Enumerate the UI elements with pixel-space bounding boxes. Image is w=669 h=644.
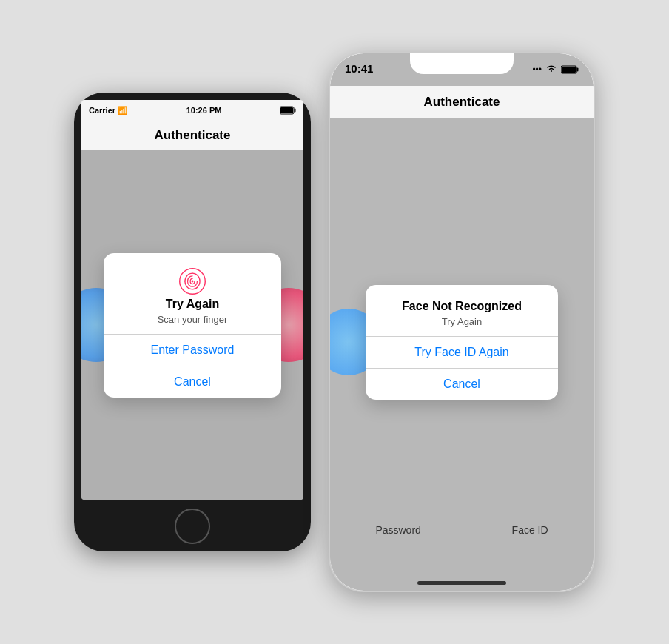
alert-dialog-old: Try Again Scan your finger Enter Passwor… [104,253,281,398]
nav-title-new: Authenticate [424,95,500,110]
carrier: Carrier 📶 [89,106,128,115]
phones-container: Carrier 📶 10:26 PM Authenticate [74,52,595,592]
alert-title-old: Try Again [115,298,269,311]
svg-rect-2 [280,107,293,113]
signal-dots-icon: ••• [532,64,542,75]
time-old: 10:26 PM [186,106,222,115]
alert-dialog-new: Face Not Recognized Try Again Try Face I… [366,285,558,400]
screen-content-old: Try Again Scan your finger Enter Passwor… [81,150,303,500]
battery-old [280,106,296,115]
alert-title-new: Face Not Recognized [377,300,546,313]
phone-new: 10:41 ••• [329,52,595,592]
nav-bar-new: Authenticate [330,86,594,118]
alert-subtitle-new: Try Again [377,316,546,327]
password-label: Password [375,524,420,536]
battery-icon [280,106,296,115]
phone-new-screen: 10:41 ••• [330,53,594,591]
fingerprint-icon [179,268,206,295]
screen-content-new: Face Not Recognized Try Again Try Face I… [330,118,594,566]
phone-old-screen: Carrier 📶 10:26 PM Authenticate [81,100,303,500]
battery-new-icon [561,65,579,74]
faceid-label: Face ID [512,524,548,536]
alert-body-new: Face Not Recognized Try Again [366,285,558,336]
home-indicator [417,581,506,585]
phone-old: Carrier 📶 10:26 PM Authenticate [74,93,311,551]
bottom-labels: Password Face ID [330,524,594,536]
alert-body-old: Try Again Scan your finger [104,253,281,334]
svg-rect-6 [577,67,579,71]
home-button[interactable] [175,509,210,544]
svg-rect-1 [295,109,296,113]
wifi-new-icon [545,64,557,75]
status-icons-new: ••• [532,64,579,75]
svg-point-4 [192,280,194,282]
try-face-id-button[interactable]: Try Face ID Again [366,337,558,368]
wifi-icon: 📶 [118,106,128,115]
carrier-text: Carrier [89,106,115,115]
time-new: 10:41 [345,62,373,75]
enter-password-button[interactable]: Enter Password [104,335,281,366]
notch [410,53,514,74]
alert-subtitle-old: Scan your finger [115,314,269,325]
cancel-button-old[interactable]: Cancel [104,366,281,398]
svg-rect-7 [562,67,576,73]
cancel-button-new[interactable]: Cancel [366,369,558,400]
nav-title-old: Authenticate [155,128,231,143]
status-bar-old: Carrier 📶 10:26 PM [81,100,303,121]
nav-bar-old: Authenticate [81,121,303,150]
